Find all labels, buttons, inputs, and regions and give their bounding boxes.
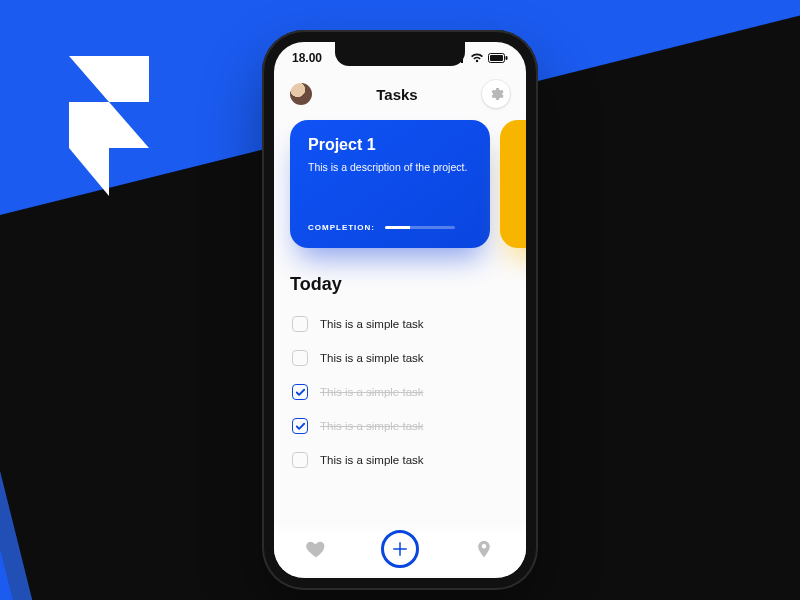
- task-row[interactable]: This is a simple task: [290, 375, 510, 409]
- today-section: Today This is a simple taskThis is a sim…: [290, 274, 510, 520]
- plus-icon: [391, 540, 409, 558]
- task-label: This is a simple task: [320, 386, 424, 398]
- phone-screen: 18.00 Tasks Project 1 This is a descript…: [274, 42, 526, 578]
- phone-frame: 18.00 Tasks Project 1 This is a descript…: [262, 30, 538, 590]
- location-pin-icon: [474, 538, 494, 560]
- task-checkbox[interactable]: [292, 418, 308, 434]
- battery-icon: [488, 53, 508, 63]
- favorites-tab[interactable]: [296, 529, 336, 569]
- task-label: This is a simple task: [320, 352, 424, 364]
- task-list: This is a simple taskThis is a simple ta…: [290, 307, 510, 477]
- svg-rect-5: [490, 55, 503, 61]
- project-card-next[interactable]: [500, 120, 526, 248]
- completion-label: COMPLETION:: [308, 223, 375, 232]
- completion-fill: [385, 226, 410, 229]
- completion-bar: [385, 226, 455, 229]
- task-checkbox[interactable]: [292, 350, 308, 366]
- status-time: 18.00: [292, 51, 322, 65]
- check-icon: [295, 387, 306, 398]
- app-header: Tasks: [274, 76, 526, 112]
- add-task-button[interactable]: [381, 530, 419, 568]
- design-shot: 18.00 Tasks Project 1 This is a descript…: [0, 0, 800, 600]
- task-label: This is a simple task: [320, 454, 424, 466]
- task-checkbox[interactable]: [292, 316, 308, 332]
- task-row[interactable]: This is a simple task: [290, 341, 510, 375]
- framer-logo-icon: [54, 56, 164, 196]
- gear-icon: [488, 86, 504, 102]
- task-label: This is a simple task: [320, 318, 424, 330]
- svg-rect-6: [506, 56, 508, 60]
- settings-button[interactable]: [482, 80, 510, 108]
- today-heading: Today: [290, 274, 510, 295]
- phone-notch: [335, 42, 465, 66]
- heart-icon: [305, 538, 327, 560]
- bottom-nav: [274, 522, 526, 576]
- task-row[interactable]: This is a simple task: [290, 443, 510, 477]
- places-tab[interactable]: [464, 529, 504, 569]
- task-checkbox[interactable]: [292, 452, 308, 468]
- wifi-icon: [470, 53, 484, 63]
- task-checkbox[interactable]: [292, 384, 308, 400]
- task-label: This is a simple task: [320, 420, 424, 432]
- project-completion: COMPLETION:: [308, 223, 455, 232]
- avatar[interactable]: [290, 83, 312, 105]
- task-row[interactable]: This is a simple task: [290, 409, 510, 443]
- task-row[interactable]: This is a simple task: [290, 307, 510, 341]
- page-title: Tasks: [376, 86, 417, 103]
- project-title: Project 1: [308, 136, 472, 154]
- project-description: This is a description of the project.: [308, 160, 472, 174]
- check-icon: [295, 421, 306, 432]
- project-card[interactable]: Project 1 This is a description of the p…: [290, 120, 490, 248]
- project-carousel[interactable]: Project 1 This is a description of the p…: [290, 120, 526, 250]
